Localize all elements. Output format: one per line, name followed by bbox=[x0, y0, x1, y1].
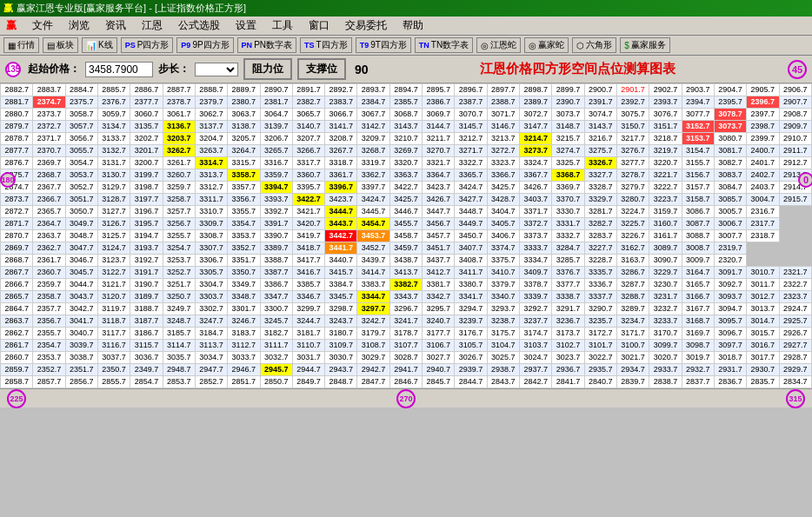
zhicheng-button[interactable]: 支撑位 bbox=[297, 58, 346, 80]
hex-icon: ⬡ bbox=[576, 41, 584, 50]
table-cell: 3223.7 bbox=[649, 194, 682, 206]
table-cell: 3294.7 bbox=[455, 303, 487, 315]
table-cell: 3047.7 bbox=[65, 242, 97, 255]
table-cell: 3344.7 bbox=[357, 291, 389, 303]
table-cell: 3348.7 bbox=[228, 291, 260, 303]
circle2-icon: ◎ bbox=[529, 41, 536, 50]
table-cell: 3268.7 bbox=[357, 145, 389, 157]
menu-item-help[interactable]: 帮助 bbox=[400, 17, 426, 34]
table-cell: 3244.7 bbox=[292, 315, 324, 328]
table-cell: 2352.7 bbox=[33, 364, 65, 376]
table-cell: 3175.7 bbox=[487, 328, 519, 340]
menu-item-jianen[interactable]: 江恩 bbox=[139, 17, 165, 34]
table-cell: 3022.7 bbox=[584, 352, 616, 364]
table-cell: 3171.7 bbox=[616, 328, 649, 340]
table-cell: 2350.7 bbox=[97, 364, 130, 376]
table-cell: 3424.7 bbox=[357, 194, 389, 206]
toolbar-yingjia-service[interactable]: $ 赢家服务 bbox=[620, 37, 670, 53]
table-cell: 3256.7 bbox=[163, 218, 195, 230]
table-cell: 2899.7 bbox=[552, 84, 584, 96]
table-cell: 3246.7 bbox=[228, 315, 260, 328]
table-cell: 2358.7 bbox=[33, 291, 65, 303]
table-cell: 2936.7 bbox=[552, 364, 584, 376]
menu-item-window[interactable]: 窗口 bbox=[306, 17, 332, 34]
table-cell: 3346.7 bbox=[292, 291, 324, 303]
menu-item-win[interactable]: 赢 bbox=[3, 17, 19, 34]
table-row: 2879.72372.73057.73134.73135.73136.73137… bbox=[1, 121, 812, 133]
table-cell: 3046.7 bbox=[65, 255, 97, 267]
table-cell: 3178.7 bbox=[389, 328, 422, 340]
zuli-button[interactable]: 阻力位 bbox=[243, 58, 292, 80]
toolbar-t4[interactable]: TS T四方形 bbox=[300, 37, 352, 53]
table-cell: 2378.7 bbox=[163, 96, 195, 109]
table-cell: 3382.7 bbox=[389, 279, 422, 291]
parambar: 135 起始价格： 步长： 1 2 5 10 阻力位 支撑位 90 江恩价格四方… bbox=[0, 56, 812, 83]
table-cell: 3100.7 bbox=[616, 340, 649, 352]
table-cell: 3070.7 bbox=[455, 109, 487, 121]
menu-item-formula[interactable]: 公式选股 bbox=[176, 17, 223, 34]
table-cell: 3275.7 bbox=[584, 145, 616, 157]
toolbar-bankuai[interactable]: ▤ 板块 bbox=[43, 37, 78, 53]
table-cell: 2883.7 bbox=[33, 84, 65, 96]
table-cell: 3177.7 bbox=[423, 328, 455, 340]
table-cell: 2403.7 bbox=[747, 182, 779, 194]
table-cell: 3364.7 bbox=[423, 169, 455, 182]
table-cell: 3215.7 bbox=[552, 133, 584, 145]
table-cell: 2889.7 bbox=[228, 84, 260, 96]
table-cell: 3253.7 bbox=[163, 255, 195, 267]
menu-item-settings[interactable]: 设置 bbox=[233, 17, 259, 34]
toolbar-p4[interactable]: PS P四方形 bbox=[121, 37, 174, 53]
table-cell: 3284.7 bbox=[552, 242, 584, 255]
table-cell: 3191.7 bbox=[130, 267, 163, 279]
table-cell: 2943.7 bbox=[325, 364, 357, 376]
table-cell: 3263.7 bbox=[195, 145, 227, 157]
start-price-input[interactable] bbox=[85, 62, 153, 77]
toolbar-jiangen-she[interactable]: ◎ 江恩蛇 bbox=[476, 37, 521, 53]
table-cell: 3416.7 bbox=[292, 267, 324, 279]
table-cell: 2898.7 bbox=[520, 84, 552, 96]
table-cell: 3213.7 bbox=[487, 133, 519, 145]
table-cell: 3441.7 bbox=[325, 242, 357, 255]
table-cell: 3121.7 bbox=[97, 279, 130, 291]
table-cell: 3117.7 bbox=[97, 328, 130, 340]
menu-item-tools[interactable]: 工具 bbox=[270, 17, 296, 34]
table-cell: 3196.7 bbox=[130, 206, 163, 218]
table-cell: 3349.7 bbox=[228, 279, 260, 291]
table-cell: 3176.7 bbox=[455, 328, 487, 340]
table-cell: 3453.7 bbox=[357, 230, 389, 242]
table-cell: 2391.7 bbox=[584, 96, 616, 109]
table-cell: 3300.7 bbox=[260, 303, 292, 315]
table-cell: 2897.7 bbox=[487, 84, 519, 96]
table-cell: 3332.7 bbox=[552, 230, 584, 242]
toolbar-9t4[interactable]: T9 9T四方形 bbox=[356, 37, 411, 53]
table-cell: 3324.7 bbox=[520, 157, 552, 169]
table-cell: 3059.7 bbox=[97, 109, 130, 121]
table-cell: 3278.7 bbox=[616, 169, 649, 182]
table-cell: 2389.7 bbox=[520, 96, 552, 109]
table-cell: 3074.7 bbox=[584, 109, 616, 121]
toolbar-tn[interactable]: TN TN数字表 bbox=[415, 37, 473, 53]
menu-item-browse[interactable]: 浏览 bbox=[66, 17, 92, 34]
table-cell: 3354.7 bbox=[228, 218, 260, 230]
toolbar-yingjia-she[interactable]: ◎ 赢家蛇 bbox=[524, 37, 569, 53]
menu-item-trade[interactable]: 交易委托 bbox=[343, 17, 389, 34]
toolbar-hexagon[interactable]: ⬡ 六角形 bbox=[572, 37, 616, 53]
start-price-label: 起始价格： bbox=[28, 62, 80, 76]
toolbar-kxian[interactable]: 📊 K线 bbox=[82, 37, 117, 53]
menu-item-file[interactable]: 文件 bbox=[30, 17, 56, 34]
table-cell: 3361.7 bbox=[325, 169, 357, 182]
table-cell: 3106.7 bbox=[423, 340, 455, 352]
step-select[interactable]: 1 2 5 10 bbox=[195, 63, 238, 76]
toolbar-9p4[interactable]: P9 9P四方形 bbox=[176, 37, 233, 53]
table-cell: 3206.7 bbox=[260, 133, 292, 145]
toolbar-hangqing[interactable]: ▦ 行情 bbox=[3, 37, 39, 53]
table-cell: 3455.7 bbox=[389, 218, 422, 230]
table-cell: 3221.7 bbox=[649, 169, 682, 182]
table-cell: 2935.7 bbox=[584, 364, 616, 376]
table-cell: 3375.7 bbox=[487, 255, 519, 267]
table-cell: 2349.7 bbox=[130, 364, 163, 376]
table-cell: 3264.7 bbox=[228, 145, 260, 157]
menu-item-info[interactable]: 资讯 bbox=[103, 17, 129, 34]
table-cell: 3148.7 bbox=[552, 121, 584, 133]
toolbar-pn[interactable]: PN PN数字表 bbox=[237, 37, 296, 53]
